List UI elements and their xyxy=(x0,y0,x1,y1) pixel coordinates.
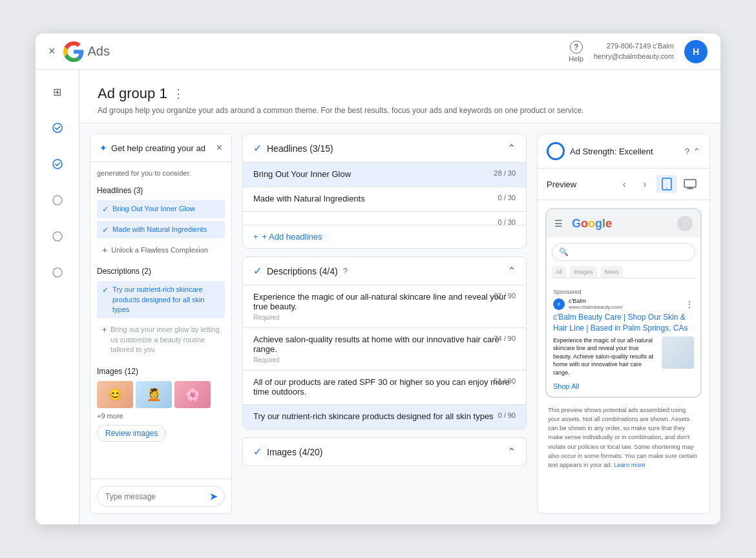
strength-help-icon[interactable]: ? xyxy=(685,147,689,156)
descriptions-chevron-icon[interactable]: ⌃ xyxy=(507,265,516,277)
images-section-block: ✓ Images (4/20) ⌃ xyxy=(242,437,527,466)
desc-field-4[interactable]: 0 / 90 Try our nutrient-rich skincare pr… xyxy=(243,404,526,429)
phone-search-icon: 🔍 xyxy=(559,247,569,256)
more-images-text: +9 more xyxy=(97,412,225,420)
ad-strength-row: Ad Strength: Excellent ? ⌃ xyxy=(538,134,709,169)
headlines-chevron-icon[interactable]: ⌃ xyxy=(507,142,516,154)
headline-field-2[interactable]: 0 / 30 Made with Natural Ingredients xyxy=(243,187,526,211)
panel-close-button[interactable]: × xyxy=(216,142,222,154)
strength-left: Ad Strength: Excellent xyxy=(547,142,653,160)
desc-item-2[interactable]: + Bring out your inner glow by letting u… xyxy=(97,321,225,358)
check-icon-2: ✓ xyxy=(102,225,109,234)
descriptions-check-icon: ✓ xyxy=(253,265,262,277)
user-avatar[interactable]: H xyxy=(684,40,708,63)
headline-item-3[interactable]: + Unlock a Flawless Complexion xyxy=(97,241,225,259)
sidebar-item-check1[interactable] xyxy=(46,116,69,140)
ad-business-info: c'Balm www.cbalmbeauty.com/ xyxy=(569,298,681,310)
mobile-icon xyxy=(662,178,672,191)
ai-assistant-panel: ✦ Get help creating your ad × generated … xyxy=(90,134,232,514)
sidebar-item-circle2[interactable] xyxy=(46,225,69,248)
headline-value-1: Bring Out Your Inner Glow xyxy=(253,169,516,180)
circle-icon2 xyxy=(52,231,63,242)
headline-value-2: Made with Natural Ingredients xyxy=(253,194,516,205)
desc-counter-4: 0 / 90 xyxy=(498,411,516,419)
desc-text-1: Try our nutrient-rich skincare products … xyxy=(112,285,220,315)
sidebar-nav: ⊞ xyxy=(36,70,79,524)
logo-text: Ads xyxy=(88,44,110,59)
headline-field-3[interactable]: 0 / 30 xyxy=(243,211,526,225)
image-thumb-1: 😊 xyxy=(97,381,133,408)
desc-item-1[interactable]: ✓ Try our nutrient-rich skincare product… xyxy=(97,281,225,318)
images-section-header[interactable]: ✓ Images (4/20) ⌃ xyxy=(243,438,526,466)
user-email: henry@cbalmbeauty.com xyxy=(594,52,674,61)
headlines-check-icon: ✓ xyxy=(253,142,262,154)
close-button[interactable]: × xyxy=(48,45,56,58)
images-header-left: ✓ Images (4/20) xyxy=(253,446,322,458)
google-logo-r2: e xyxy=(605,217,612,230)
phone-search-bar[interactable]: 🔍 xyxy=(552,243,695,261)
headlines-section-header[interactable]: ✓ Headlines (3/15) ⌃ xyxy=(243,134,526,162)
phone-tab-2[interactable]: Images xyxy=(570,266,597,278)
mobile-device-button[interactable] xyxy=(656,175,677,193)
more-options-icon[interactable]: ⋮ xyxy=(173,87,184,101)
phone-avatar-circle xyxy=(677,216,693,231)
headlines-section-block: ✓ Headlines (3/15) ⌃ 28 / 30 Bring Out Y… xyxy=(242,134,527,249)
desc-field-1[interactable]: 82 / 90 Experience the magic of our all-… xyxy=(243,285,526,327)
plus-icon-3: + xyxy=(102,245,107,255)
headline-counter-3: 0 / 30 xyxy=(498,218,516,226)
descriptions-section-header[interactable]: ✓ Descriptions (4/4) ? ⌃ xyxy=(243,257,526,285)
desktop-device-button[interactable] xyxy=(680,175,700,193)
headlines-header-left: ✓ Headlines (3/15) xyxy=(253,142,333,154)
phone-tab-1[interactable]: All xyxy=(552,266,566,278)
panel-footer: ➤ xyxy=(90,479,231,513)
check-icon-1: ✓ xyxy=(102,205,109,214)
headline-text-3: Unlock a Flawless Complexion xyxy=(111,246,208,254)
page-subtitle: Ad groups help you organize your ads aro… xyxy=(98,106,702,115)
strength-collapse-icon[interactable]: ⌃ xyxy=(693,147,700,156)
headline-item-2[interactable]: ✓ Made with Natural Ingredients xyxy=(97,221,225,238)
add-headlines-button[interactable]: + + Add headlines xyxy=(243,225,526,248)
review-images-button[interactable]: Review images xyxy=(97,425,166,442)
phone-tabs-row: All Images News xyxy=(547,266,700,282)
desc-field-2[interactable]: 74 / 90 Achieve salon-quality results at… xyxy=(243,327,526,370)
google-logo-y: o xyxy=(588,217,595,230)
images-chevron-icon[interactable]: ⌃ xyxy=(507,446,516,458)
send-button[interactable]: ➤ xyxy=(209,490,218,502)
desc-plus-2: + xyxy=(102,326,107,335)
ad-body-row: Experience the magic of our all-natural … xyxy=(553,336,694,377)
desc-field-3[interactable]: 51 / 90 All of our products are rated SP… xyxy=(243,370,526,404)
main-layout: ⊞ xyxy=(36,70,720,524)
next-button[interactable]: › xyxy=(636,175,654,193)
desc-counter-2: 74 / 90 xyxy=(494,335,516,342)
ad-more-icon[interactable]: ⋮ xyxy=(685,299,694,309)
page-title: Ad group 1 xyxy=(98,85,167,102)
phone-tab-3[interactable]: News xyxy=(601,266,624,278)
learn-more-link[interactable]: Learn more xyxy=(614,461,646,468)
descriptions-header-left: ✓ Descriptions (4/4) ? xyxy=(253,265,348,277)
headline-field-1[interactable]: 28 / 30 Bring Out Your Inner Glow xyxy=(243,162,526,187)
circle-icon3 xyxy=(52,267,63,278)
panel-content: generated for you to consider. Headlines… xyxy=(90,162,231,479)
ad-business-row: c c'Balm www.cbalmbeauty.com/ ⋮ xyxy=(553,298,694,310)
page-header: Ad group 1 ⋮ Ad groups help you organize… xyxy=(79,70,720,123)
prev-button[interactable]: ‹ xyxy=(615,175,633,193)
ad-shop-all-link[interactable]: Shop All xyxy=(553,382,694,390)
descriptions-section-title: Descriptions (4/4) xyxy=(267,266,338,276)
sidebar-item-check2[interactable] xyxy=(46,152,69,176)
descriptions-help-icon[interactable]: ? xyxy=(343,266,348,276)
svg-point-1 xyxy=(53,160,62,169)
image-thumb-3: 🌸 xyxy=(174,381,211,408)
headline-text-2: Made with Natural Ingredients xyxy=(112,225,207,234)
check-circle-icon2 xyxy=(52,159,63,169)
sidebar-item-dashboard[interactable]: ⊞ xyxy=(46,80,69,103)
strength-circle-icon xyxy=(547,142,565,160)
desc-value-2: Achieve salon-quality results at home wi… xyxy=(253,335,516,355)
headline-item-1[interactable]: ✓ Bring Out Your Inner Glow xyxy=(97,200,225,218)
help-button[interactable]: ? Help xyxy=(569,41,583,63)
message-input[interactable] xyxy=(105,492,205,501)
preview-label: Preview xyxy=(547,180,576,189)
sparkle-icon: ✦ xyxy=(100,143,107,153)
google-logo-b2: g xyxy=(595,217,602,230)
sidebar-item-circle3[interactable] xyxy=(46,261,69,284)
sidebar-item-circle1[interactable] xyxy=(46,189,69,212)
